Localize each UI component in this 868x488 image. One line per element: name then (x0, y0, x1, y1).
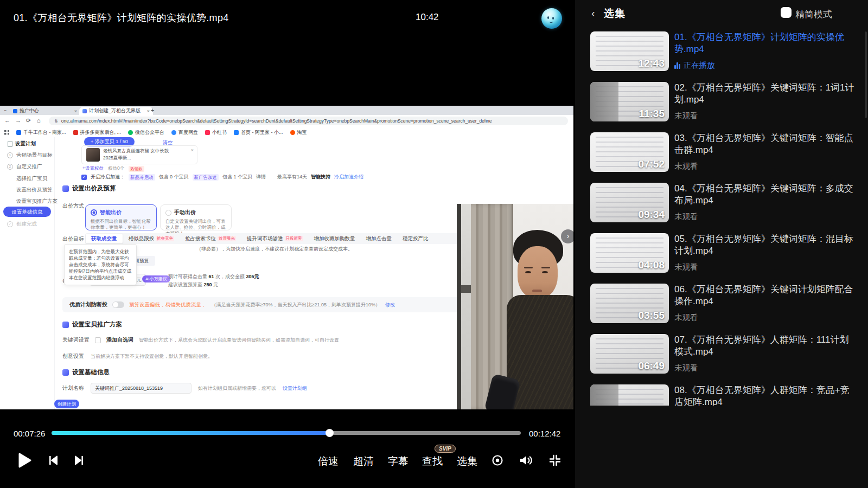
product-image (86, 148, 100, 162)
set-rights-link[interactable]: +设置权益 (82, 165, 104, 172)
video-title: 01.《万相台无界矩阵》计划矩阵的实操优势.mp4 (14, 11, 229, 24)
goal-tab-stable-roi[interactable]: 稳定投产比 (397, 234, 434, 243)
bookmark-ali-home[interactable]: 首页 - 阿里家 - 小... (234, 129, 283, 136)
goal-tab-search-slot[interactable]: 抢占搜索卡位首屏曝光 (180, 234, 241, 243)
keyword-checkbox-label[interactable]: 添加自选词 (106, 336, 133, 344)
episode-item-5[interactable]: 04:08 05.《万相台无界矩阵》关键词矩阵：混目标计划.mp4 未观看 (590, 233, 864, 273)
step-custom-promo[interactable]: 自定义推广 (16, 163, 42, 170)
browser-tab-promotion-center[interactable]: 推广中心 × (10, 107, 80, 115)
episode-item-1[interactable]: 12:43 01.《万相台无界矩阵》计划矩阵的实操优势.mp4 正在播放 (590, 31, 864, 71)
address-bar[interactable]: ⇅ one.alimama.com/index.html#!/main/inde… (49, 117, 568, 125)
episode-thumbnail[interactable]: 11:35 (590, 82, 669, 121)
episode-item-7[interactable]: 06:49 07.《万相台无界矩阵》人群矩阵：111计划模式.mp4 未观看 (590, 334, 864, 374)
episode-item-2[interactable]: 11:35 02.《万相台无界矩阵》关键词矩阵：1词1计划.mp4 未观看 (590, 82, 864, 121)
home-icon[interactable]: ⌂ (37, 117, 41, 124)
back-icon[interactable]: ← (4, 117, 10, 124)
mascot-bubble-icon[interactable] (541, 8, 562, 29)
plan-name-input[interactable]: 关键词推广_20250818_153519 (91, 383, 192, 394)
collapse-sidebar-icon[interactable]: ‹ (591, 7, 595, 20)
episode-title[interactable]: 08.《万相台无界矩阵》人群矩阵：竞品+竞店矩阵.mp4 (674, 384, 856, 406)
episode-title[interactable]: 03.《万相台无界矩阵》关键词矩阵：智能点击群.mp4 (674, 132, 856, 156)
episode-title[interactable]: 04.《万相台无界矩阵》关键词矩阵：多成交布局.mp4 (674, 183, 856, 207)
episode-thumbnail[interactable]: 07:52 (590, 132, 669, 172)
find-button[interactable]: 查找 (422, 454, 443, 468)
goal-tab-fav-cart[interactable]: 增加收藏加购数量 (309, 234, 361, 243)
episode-item-6[interactable]: 03:55 06.《万相台无界矩阵》关键词计划矩阵配合操作.mp4 未观看 (590, 284, 864, 323)
status-text: 正在播放 (684, 60, 715, 70)
episode-thumbnail[interactable]: 12:43 (590, 31, 669, 71)
episode-thumbnail[interactable]: 03:55 (590, 284, 669, 323)
collapse-panel-handle[interactable]: › (561, 229, 573, 243)
episode-title[interactable]: 02.《万相台无界矩阵》关键词矩阵：1词1计划.mp4 (674, 82, 856, 106)
bookmark-pdd[interactable]: 拼多多商家后台, ... (73, 129, 122, 136)
episode-title[interactable]: 06.《万相台无界矩阵》关键词计划矩阵配合操作.mp4 (674, 284, 856, 307)
bookmark-wechat[interactable]: 微信公众平台 (128, 129, 164, 136)
episode-duration: 12:43 (638, 57, 665, 69)
previous-episode-button[interactable] (47, 454, 59, 468)
bookmark-baidupan[interactable]: 百度网盘 (171, 129, 198, 136)
create-plan-button[interactable]: 创建计划 (54, 400, 79, 408)
section-title: 设置宝贝推广方案 (72, 320, 122, 329)
tab-close-icon[interactable]: × (147, 108, 150, 114)
remove-product-icon[interactable]: × (191, 147, 194, 153)
apps-grid-icon[interactable] (4, 130, 9, 135)
manual-bid-card[interactable]: 手动出价 自定义设置关键词出价，可表达人群、抢位、分时调价，成本可控！ (160, 204, 232, 230)
screencast-target-icon[interactable] (491, 454, 504, 469)
keyword-checkbox[interactable] (95, 337, 101, 343)
episode-thumbnail[interactable]: 04:08 (590, 233, 669, 273)
bookmark-taobao[interactable]: 淘宝 (290, 129, 307, 136)
play-button[interactable] (18, 452, 32, 471)
bookmark-qianniu[interactable]: 千牛工作台 - 商家... (16, 129, 66, 136)
guard-toggle-off[interactable] (112, 301, 124, 308)
sidebar-scrollbar[interactable] (865, 31, 867, 118)
step-select-item[interactable]: 选择推广宝贝 (16, 175, 47, 182)
episode-title[interactable]: 07.《万相台无界矩阵》人群矩阵：111计划模式.mp4 (674, 334, 856, 358)
section-title: 设置出价及预算 (72, 184, 116, 192)
episode-thumbnail[interactable] (590, 384, 669, 406)
step-base-info-active[interactable]: 设置基础信息 (3, 207, 51, 217)
episodes-button[interactable]: 选集 (457, 454, 477, 468)
compact-mode-label[interactable]: 精简模式 (795, 8, 832, 21)
goal-tab-deal-volume[interactable]: 获取成交量 (86, 234, 123, 243)
episode-thumbnail[interactable]: 09:34 (590, 183, 669, 222)
coldstart-intro-link[interactable]: 冷启加速介绍 (334, 174, 363, 181)
next-episode-button[interactable] (73, 454, 85, 468)
plan-group-link[interactable]: 设置计划组 (283, 385, 307, 392)
episode-item-4[interactable]: 09:34 04.《万相台无界矩阵》关键词矩阵：多成交布局.mp4 未观看 (590, 183, 864, 222)
guard-edit-link[interactable]: 修改 (385, 301, 395, 309)
seek-bar[interactable] (52, 431, 521, 435)
episode-title[interactable]: 05.《万相台无界矩阵》关键词矩阵：混目标计划.mp4 (674, 233, 856, 257)
tab-search-caret-icon[interactable]: ⌄ (3, 107, 8, 112)
seek-knob[interactable] (326, 429, 334, 437)
tab-close-icon[interactable]: × (74, 108, 77, 114)
compact-mode-checkbox[interactable] (781, 7, 792, 18)
coldstart-checkbox[interactable]: ✓ (81, 175, 87, 180)
new-tab-button[interactable]: + (151, 107, 154, 113)
reload-icon[interactable]: ⟳ (26, 117, 31, 124)
exit-fullscreen-icon[interactable] (548, 454, 561, 469)
detail-link[interactable]: 详情 (256, 174, 266, 181)
guard-label: 优质计划防断投 (69, 301, 107, 309)
volume-icon[interactable] (519, 454, 534, 469)
step-item-plan[interactable]: 设置宝贝推广方案 (16, 198, 58, 205)
browser-tab-plan-create[interactable]: 计划创建_万相台无界版 × (79, 107, 153, 115)
site-settings-icon[interactable]: ⇅ (54, 119, 58, 124)
coldstart-tag-new-ad: 新广告加速 (193, 174, 219, 181)
playback-speed-button[interactable]: 倍速 (318, 454, 339, 468)
subtitles-button[interactable]: 字幕 (388, 454, 409, 468)
goal-tag: 只投新客 (285, 236, 303, 241)
step-marketing-goal[interactable]: 营销场景与目标 (16, 152, 53, 159)
episode-thumbnail[interactable]: 06:49 (590, 334, 669, 374)
episode-item-8[interactable]: 08.《万相台无界矩阵》人群矩阵：竞品+竞店矩阵.mp4 (590, 384, 864, 406)
goal-tab-similar-follow[interactable]: 相似品跟投抢夺竞争 (123, 234, 180, 243)
smart-bid-card[interactable]: 智能出价 根据不同出价目标，智能化帮你拿量，更简单，更省心！ (85, 204, 157, 230)
episode-title[interactable]: 01.《万相台无界矩阵》计划矩阵的实操优势.mp4 (674, 31, 856, 55)
step-bid-budget[interactable]: 设置出价及预算 (16, 187, 53, 194)
section-icon (62, 369, 69, 376)
quality-button[interactable]: 超清 (353, 454, 374, 468)
goal-tab-word-penetration[interactable]: 提升词市场渗透只投新客 (241, 234, 309, 243)
goal-tab-clicks[interactable]: 增加点击量 (361, 234, 398, 243)
bookmark-xiaohongshu[interactable]: 小红书 (205, 129, 227, 136)
episode-item-3[interactable]: 07:52 03.《万相台无界矩阵》关键词矩阵：智能点击群.mp4 未观看 (590, 132, 864, 172)
forward-icon[interactable]: → (15, 117, 21, 124)
